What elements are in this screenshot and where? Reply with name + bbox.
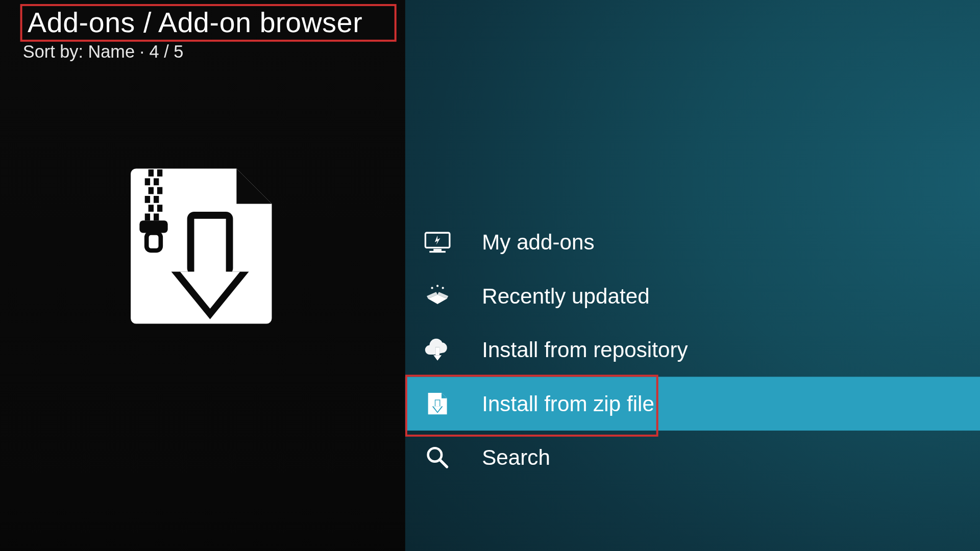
svg-rect-17 bbox=[194, 219, 226, 273]
svg-line-39 bbox=[440, 460, 447, 467]
open-box-icon bbox=[423, 281, 452, 311]
svg-point-27 bbox=[436, 285, 438, 287]
svg-point-26 bbox=[431, 287, 433, 289]
svg-rect-9 bbox=[149, 205, 154, 212]
svg-rect-5 bbox=[149, 187, 154, 194]
svg-rect-36 bbox=[435, 400, 439, 407]
list-item-label: Install from zip file bbox=[482, 391, 654, 416]
list-item-install-from-repository[interactable]: Install from repository bbox=[405, 323, 980, 377]
list-item-search[interactable]: Search bbox=[405, 431, 980, 484]
breadcrumb: Add-ons / Add-on browser bbox=[22, 6, 395, 40]
svg-marker-32 bbox=[433, 355, 442, 361]
main-list: My add-ons Recently updated Install from… bbox=[405, 215, 980, 484]
svg-point-28 bbox=[442, 287, 444, 289]
svg-rect-11 bbox=[145, 213, 150, 220]
svg-rect-7 bbox=[145, 196, 150, 203]
list-item-my-addons[interactable]: My add-ons bbox=[405, 215, 980, 269]
list-item-label: Install from repository bbox=[482, 337, 688, 362]
svg-rect-8 bbox=[154, 196, 159, 203]
search-icon bbox=[423, 443, 452, 472]
list-item-install-from-zip[interactable]: Install from zip file bbox=[405, 377, 980, 430]
svg-rect-21 bbox=[429, 251, 446, 253]
sort-line: Sort by: Name · 4 / 5 bbox=[23, 42, 183, 63]
svg-rect-3 bbox=[145, 178, 150, 185]
monitor-icon bbox=[423, 228, 452, 257]
list-item-recently-updated[interactable]: Recently updated bbox=[405, 269, 980, 322]
svg-rect-6 bbox=[157, 187, 162, 194]
list-item-label: My add-ons bbox=[482, 230, 594, 255]
list-item-label: Search bbox=[482, 445, 550, 470]
sidebar: Add-ons / Add-on browser Sort by: Name ·… bbox=[0, 0, 405, 551]
svg-rect-4 bbox=[154, 178, 159, 185]
svg-rect-12 bbox=[154, 213, 159, 220]
cloud-download-icon bbox=[423, 335, 452, 365]
window: Add-ons / Add-on browser Sort by: Name ·… bbox=[0, 0, 980, 551]
svg-marker-33 bbox=[442, 393, 447, 398]
svg-rect-20 bbox=[433, 249, 442, 251]
svg-rect-2 bbox=[157, 169, 162, 177]
svg-rect-10 bbox=[157, 205, 162, 212]
list-item-label: Recently updated bbox=[482, 284, 649, 309]
zip-file-icon bbox=[113, 164, 289, 340]
zip-download-icon bbox=[423, 389, 452, 418]
breadcrumb-highlight-box: Add-ons / Add-on browser bbox=[20, 4, 397, 42]
svg-rect-1 bbox=[149, 169, 154, 177]
svg-rect-31 bbox=[435, 347, 439, 355]
svg-marker-22 bbox=[435, 236, 440, 245]
